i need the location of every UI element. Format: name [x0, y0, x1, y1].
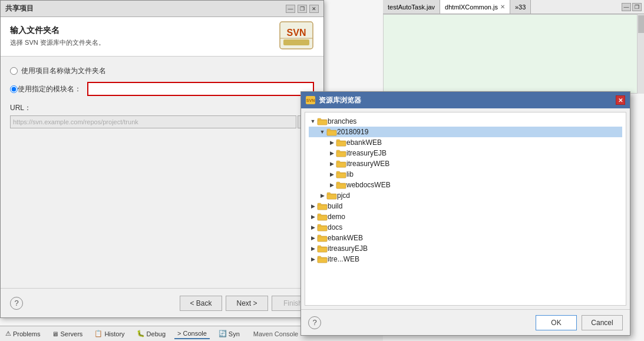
tree-node[interactable]: ▶ ebankWEB — [309, 233, 622, 243]
tree-node[interactable]: ▼ 20180919 — [309, 127, 622, 137]
bottom-tab-problems[interactable]: ⚠ Problems — [2, 329, 43, 339]
ide-scrollbar[interactable] — [637, 14, 644, 94]
tree-node-label: lib — [346, 170, 354, 178]
tree-node[interactable]: ▶ demo — [309, 211, 622, 222]
tree-node[interactable]: ▶ itre...WEB — [309, 254, 622, 264]
tree-node-label: docs — [328, 223, 342, 231]
tree-node[interactable]: ▶ docs — [309, 222, 622, 233]
folder-icon — [336, 181, 346, 189]
tree-toggle-icon[interactable]: ▶ — [328, 161, 336, 167]
bottom-tab-syn[interactable]: 🔄 Syn — [216, 329, 243, 339]
wizard-minimize-btn[interactable]: — — [286, 5, 295, 13]
tree-node-label: build — [328, 202, 342, 210]
wizard-title: 共享项目 — [5, 4, 34, 14]
tab-close-icon[interactable]: ✕ — [500, 4, 505, 10]
tree-node-label: itre...WEB — [328, 255, 359, 263]
tree-node[interactable]: ▶ itreasuryWEB — [309, 158, 622, 169]
wizard-body: 使用项目名称做为文件夹名 使用指定的模块名： URL： ▼ — [1, 57, 323, 288]
option2-label[interactable]: 使用指定的模块名： — [18, 84, 81, 94]
ide-tab-bar: testAutoTask.jav dhtmlXCommon.js ✕ »33 —… — [383, 0, 644, 14]
url-input[interactable] — [10, 115, 296, 128]
option2-radio[interactable] — [10, 85, 18, 93]
module-name-input[interactable] — [87, 82, 314, 96]
bottom-tab-debug[interactable]: 🐛 Debug — [134, 329, 169, 339]
tree-toggle-icon[interactable]: ▶ — [309, 256, 317, 262]
wizard-titlebar: 共享项目 — ❐ ✕ — [1, 1, 323, 17]
wizard-title-controls: — ❐ ✕ — [286, 5, 319, 13]
tree-node[interactable]: ▶ build — [309, 201, 622, 211]
history-icon: 📋 — [94, 330, 103, 337]
wizard-nav-buttons: < Back Next > Finish — [180, 296, 314, 311]
tree-node[interactable]: ▶ lib — [309, 169, 622, 180]
svg-rect-2 — [283, 39, 309, 45]
tree-toggle-icon[interactable]: ▶ — [328, 150, 336, 156]
tree-toggle-icon[interactable]: ▶ — [309, 246, 317, 251]
tree-node[interactable]: ▶ ebankWEB — [309, 137, 622, 148]
back-button[interactable]: < Back — [180, 296, 222, 311]
folder-icon — [317, 223, 328, 231]
wizard-header-subtitle: 选择 SVN 资源库中的文件夹名。 — [10, 38, 314, 47]
tree-node-label: ebankWEB — [328, 234, 363, 242]
wizard-header-title: 输入文件夹名 — [10, 25, 314, 36]
ide-restore-btn[interactable]: ❐ — [632, 3, 642, 11]
repo-browser-dialog: SVN 资源库浏览器 ✕ ▼ branches▼ 20180919▶ ebank… — [300, 91, 630, 336]
bottom-tab-servers[interactable]: 🖥 Servers — [49, 329, 85, 339]
tree-toggle-icon[interactable]: ▶ — [309, 214, 317, 220]
repo-action-buttons: OK Cancel — [536, 315, 623, 330]
tree-node[interactable]: ▼ branches — [309, 116, 622, 127]
history-label: History — [104, 330, 124, 337]
svg-text:SVN: SVN — [306, 98, 315, 102]
bottom-tab-history[interactable]: 📋 History — [91, 329, 127, 339]
tree-toggle-icon[interactable]: ▶ — [318, 193, 326, 198]
servers-label: Servers — [60, 330, 82, 337]
help-button[interactable]: ? — [10, 297, 23, 310]
repo-svn-icon: SVN — [306, 96, 315, 104]
tab-dhtmlxcommon[interactable]: dhtmlXCommon.js ✕ — [440, 0, 510, 14]
tree-toggle-icon[interactable]: ▶ — [328, 182, 336, 188]
url-input-row: ▼ — [10, 115, 314, 128]
folder-icon — [326, 191, 337, 200]
tree-node[interactable]: ▶ webdocsWEB — [309, 180, 622, 190]
repo-cancel-button[interactable]: Cancel — [582, 315, 623, 330]
repo-tree-body[interactable]: ▼ branches▼ 20180919▶ ebankWEB▶ itreasur… — [305, 112, 626, 306]
syn-icon: 🔄 — [219, 330, 227, 337]
wizard-footer: ? < Back Next > Finish — [1, 288, 323, 317]
tree-toggle-icon[interactable]: ▶ — [309, 224, 317, 230]
folder-icon — [317, 213, 328, 221]
ide-minimize-btn[interactable]: — — [622, 3, 631, 11]
repo-help-button[interactable]: ? — [308, 316, 321, 329]
option1-label[interactable]: 使用项目名称做为文件夹名 — [21, 66, 106, 76]
tree-toggle-icon[interactable]: ▶ — [309, 235, 317, 241]
tree-node[interactable]: ▶ pjcd — [309, 190, 622, 201]
wizard-restore-btn[interactable]: ❐ — [298, 5, 307, 13]
folder-icon — [317, 255, 328, 263]
folder-icon — [336, 149, 346, 157]
debug-icon: 🐛 — [137, 330, 145, 337]
tree-node-label: itreasuryEJB — [328, 244, 368, 253]
tab-overflow[interactable]: »33 — [510, 0, 531, 14]
tree-toggle-icon[interactable]: ▶ — [328, 140, 336, 145]
svn-logo-icon: SVN — [279, 21, 314, 50]
tree-toggle-icon[interactable]: ▶ — [328, 171, 336, 177]
console-icon: > — [177, 330, 181, 337]
option1-radio[interactable] — [10, 67, 18, 75]
folder-icon — [336, 170, 346, 178]
tree-node-label: itreasuryWEB — [346, 160, 389, 168]
tree-node[interactable]: ▶ itreasuryEJB — [309, 148, 622, 158]
tree-toggle-icon[interactable]: ▼ — [309, 118, 317, 124]
ide-window-controls: — ❐ — [622, 3, 644, 11]
repo-ok-button[interactable]: OK — [536, 315, 577, 330]
tab-label: dhtmlXCommon.js — [445, 4, 498, 11]
tree-node[interactable]: ▶ itreasuryEJB — [309, 243, 622, 254]
bottom-tab-console[interactable]: > Console — [174, 329, 210, 339]
wizard-close-btn[interactable]: ✕ — [309, 5, 319, 13]
tree-toggle-icon[interactable]: ▶ — [309, 203, 317, 209]
debug-label: Debug — [147, 330, 166, 337]
tree-node-label: ebankWEB — [346, 138, 382, 147]
repo-close-button[interactable]: ✕ — [616, 95, 625, 105]
next-button[interactable]: Next > — [226, 296, 268, 311]
console-label: Console — [183, 330, 206, 337]
tab-testautotask[interactable]: testAutoTask.jav — [383, 0, 440, 14]
tree-toggle-icon[interactable]: ▼ — [318, 129, 326, 135]
folder-icon — [336, 138, 346, 147]
